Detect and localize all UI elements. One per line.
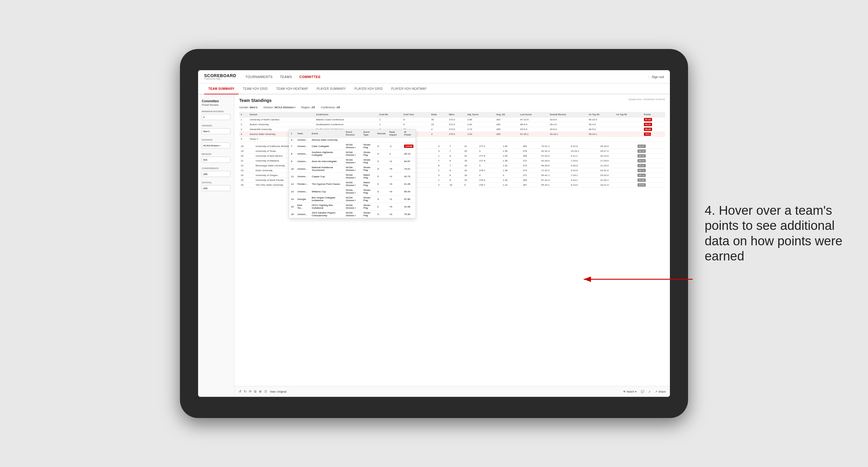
tooltip-row: 12 Florida I... The Cypress Point Classi… (289, 180, 415, 188)
tr-evdiv-9: NCAA Division I (344, 158, 362, 165)
region-select[interactable]: N/A (202, 157, 230, 163)
division-select[interactable]: NCAA Division I (202, 143, 230, 149)
bottom-toolbar: ↺ ↻ ⟳ ⧉ ⊕ ⏱ View: Original 👁 Watch (235, 386, 670, 397)
overall-4: 33-19-1 (548, 132, 587, 137)
sidebar-title: Committee (202, 99, 230, 103)
annotation-container: 4. Hover over a team's points to see add… (705, 203, 844, 264)
low-1: 67-10-0 (519, 117, 548, 122)
tr-wpoints-13: 56.44 (402, 188, 415, 195)
tr-wpoints-8: 30-13 (402, 150, 415, 158)
tab-team-h2h-heatmap[interactable]: TEAM H2H HEATMAP (272, 84, 312, 94)
undo-icon[interactable]: ↺ (239, 390, 241, 394)
toolbar-right: 👁 Watch ▾ 💬 ⤢ ↗ (623, 390, 666, 393)
logo-sub: Powered by clipp (204, 78, 236, 80)
points-3[interactable]: 90.20 (642, 127, 665, 132)
points-1[interactable]: 97.03 (642, 117, 665, 122)
school-select[interactable]: (All) (202, 185, 230, 191)
nav-teams[interactable]: TEAMS (280, 74, 292, 79)
table-row: 2 Auburn University Southeastern Confere… (239, 122, 665, 127)
tab-player-summary[interactable]: PLAYER SUMMARY (312, 84, 350, 94)
tr-rounds-16: 3 (376, 211, 388, 218)
more-icon[interactable]: ⊕ (259, 390, 261, 394)
confno-2: 1 (378, 122, 402, 127)
conftour-1: 8 (402, 117, 430, 122)
adj-4: 2.50 (466, 132, 495, 137)
watch-button[interactable]: 👁 Watch ▾ (623, 390, 637, 393)
points-5[interactable] (642, 137, 665, 142)
tr-impact-12: +0 (388, 180, 403, 188)
share-button[interactable]: ↗ Share (655, 390, 666, 393)
redo-icon[interactable]: ↻ (244, 390, 247, 394)
tr-wpoints-7: 119.68 (402, 143, 415, 150)
nav-links: TOURNAMENTS TEAMS COMMITTEE (245, 74, 320, 79)
top-nav: SCOREBOARD Powered by clipp TOURNAMENTS … (198, 70, 670, 84)
tr-rank-13: 13 (289, 188, 296, 195)
col-conference: Conference (314, 112, 378, 117)
nav-committee[interactable]: COMMITTEE (300, 74, 321, 79)
tr-wpoints-15: 41.08 (402, 203, 415, 211)
tr-rank-9: 9 (289, 158, 296, 165)
tr-evdiv-6 (344, 137, 362, 143)
gender-select[interactable]: Men's (202, 128, 230, 134)
tooltip-col-team: Team (296, 129, 310, 137)
conference-select[interactable]: (All) (202, 171, 230, 177)
division-label: Division: (264, 106, 274, 109)
wins-4: 275.5 (447, 132, 466, 137)
nav-tournaments[interactable]: TOURNAMENTS (245, 74, 273, 79)
copy-icon[interactable]: ⧉ (254, 390, 256, 394)
tab-player-h2h-heatmap[interactable]: PLAYER H2H HEATMAP (387, 84, 431, 94)
tab-team-summary[interactable]: TEAM SUMMARY (204, 84, 239, 94)
points-4[interactable]: 79.5 (642, 132, 665, 137)
tr-team-10: Univers... (296, 165, 310, 173)
resize-button[interactable]: ⤢ (648, 390, 651, 393)
sidebar-label-conference: Conference (202, 167, 230, 170)
avg-3: 269 (495, 127, 519, 132)
logo-text: SCOREBOARD (204, 73, 236, 78)
tr-wpoints-14: 97.86 (402, 195, 415, 203)
tr-event-15: OFCC Fighting Illini Invitational (310, 203, 344, 211)
outer-background: SCOREBOARD Powered by clipp TOURNAMENTS … (0, 0, 868, 467)
tr-event-6: Arizona State University (310, 137, 344, 143)
tooltip-row: 11 Univers... Copper Cup NCAA Division I… (289, 173, 415, 180)
vs50-1 (615, 117, 642, 122)
tr-event-13: Williams Cup (310, 188, 344, 195)
tr-event-10: National Invitational Tournament (310, 165, 344, 173)
min-rounds-input[interactable] (202, 114, 230, 120)
vs25-5 (587, 137, 615, 142)
tooltip-col-hash: # (289, 129, 296, 137)
tr-rounds-13: 3 (376, 188, 388, 195)
tr-evtype-16: Stroke Play (362, 211, 376, 218)
sign-out-link[interactable]: Sign out (652, 75, 664, 79)
tab-player-h2h-grid[interactable]: PLAYER H2H GRID (350, 84, 387, 94)
tr-wpoints-11: 42.73 (402, 173, 415, 180)
comment-button[interactable]: 💬 (641, 390, 644, 393)
tooltip-col-event-division: Event Division (344, 129, 362, 137)
col-wins: Wins (447, 112, 466, 117)
tooltip-table: # Team Event Event Division Event Type R… (289, 129, 415, 218)
wins-1: 272.0 (447, 117, 466, 122)
sidebar-label-gender: Gender (202, 124, 230, 127)
tab-team-h2h-grid[interactable]: TEAM H2H GRID (239, 84, 272, 94)
overall-5 (548, 137, 587, 142)
col-overall: Overall Record (548, 112, 587, 117)
tr-wpoints-12: 21.28 (402, 180, 415, 188)
col-school: School (248, 112, 314, 117)
refresh-icon[interactable]: ⟳ (249, 390, 252, 394)
arrow-svg (578, 270, 699, 288)
tr-team-12: Florida I... (296, 180, 310, 188)
tooltip-row: 10 Univers... National Invitational Tour… (289, 165, 415, 173)
tr-rank-6: 6 (289, 137, 296, 143)
rank-1: 1 (239, 117, 248, 122)
tr-wpoints-16: 79.30 (402, 211, 415, 218)
col-rnds: Rnds (430, 112, 447, 117)
col-rank: # (239, 112, 248, 117)
col-adj-score: Adj. Score (466, 112, 495, 117)
clock-icon[interactable]: ⏱ (264, 390, 267, 394)
tr-team-11: Univers... (296, 173, 310, 180)
points-2[interactable]: 93.31 (642, 122, 665, 127)
avg-1: 262 (495, 117, 519, 122)
sidebar-section-rounds: Minimum Rounds (202, 110, 230, 120)
tr-team-15: East Tec... (296, 203, 310, 211)
resize-icon: ⤢ (648, 390, 651, 393)
tr-event-12: The Cypress Point Classic (310, 180, 344, 188)
